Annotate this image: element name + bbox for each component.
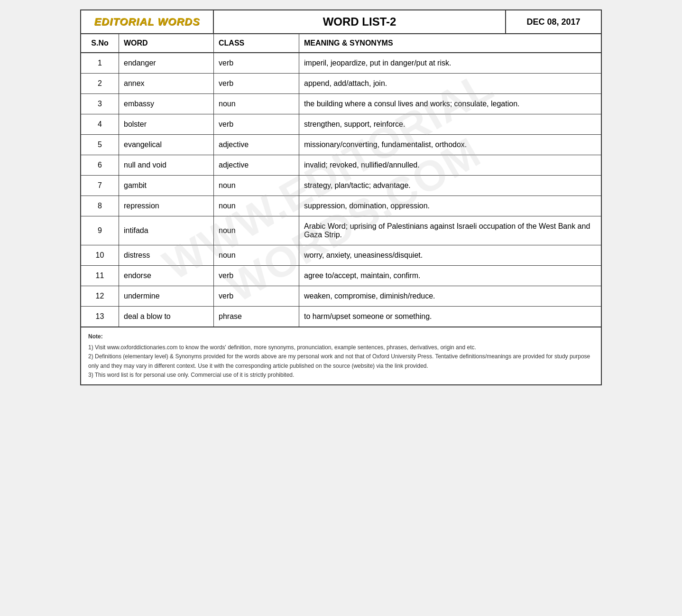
brand-text: EDITORIAL WORDS	[94, 16, 200, 28]
cell-word: bolster	[119, 114, 214, 134]
notes-title: Note:	[88, 332, 594, 341]
cell-meaning: invalid; revoked, nullified/annulled.	[299, 155, 601, 175]
cell-meaning: the building where a consul lives and wo…	[299, 94, 601, 114]
cell-word: evangelical	[119, 135, 214, 155]
cell-word: gambit	[119, 176, 214, 196]
cell-class: noun	[214, 245, 299, 265]
col-header-meaning: MEANING & SYNONYMS	[299, 34, 601, 52]
cell-meaning: worry, anxiety, uneasiness/disquiet.	[299, 245, 601, 265]
brand-section: EDITORIAL WORDS	[81, 10, 214, 33]
cell-word: annex	[119, 74, 214, 93]
cell-class: verb	[214, 114, 299, 134]
notes-line-2: 2) Definitions (elementary level) & Syno…	[88, 352, 594, 370]
cell-meaning: strategy, plan/tactic; advantage.	[299, 176, 601, 196]
page-date: DEC 08, 2017	[506, 10, 601, 33]
col-header-word: WORD	[119, 34, 214, 52]
cell-class: noun	[214, 176, 299, 196]
cell-meaning: Arabic Word; uprising of Palestinians ag…	[299, 216, 601, 245]
cell-class: verb	[214, 53, 299, 73]
table-row: 3 embassy noun the building where a cons…	[81, 94, 601, 114]
cell-class: phrase	[214, 307, 299, 327]
cell-word: endanger	[119, 53, 214, 73]
table-row: 2 annex verb append, add/attach, join.	[81, 74, 601, 94]
cell-word: null and void	[119, 155, 214, 175]
cell-word: deal a blow to	[119, 307, 214, 327]
table-row: 12 undermine verb weaken, compromise, di…	[81, 286, 601, 307]
table-row: 8 repression noun suppression, dominatio…	[81, 196, 601, 216]
table-body: 1 endanger verb imperil, jeopardize, put…	[81, 53, 601, 327]
page-wrapper: WWW.EDITORIAL WORDS.COM EDITORIAL WORDS …	[80, 9, 602, 385]
cell-meaning: agree to/accept, maintain, confirm.	[299, 266, 601, 286]
table-row: 4 bolster verb strengthen, support, rein…	[81, 114, 601, 135]
table-row: 13 deal a blow to phrase to harm/upset s…	[81, 307, 601, 327]
cell-class: verb	[214, 74, 299, 93]
cell-sno: 3	[81, 94, 119, 114]
table-row: 10 distress noun worry, anxiety, uneasin…	[81, 245, 601, 266]
table-row: 1 endanger verb imperil, jeopardize, put…	[81, 53, 601, 74]
cell-word: distress	[119, 245, 214, 265]
cell-sno: 10	[81, 245, 119, 265]
cell-class: verb	[214, 286, 299, 306]
table-row: 5 evangelical adjective missionary/conve…	[81, 135, 601, 155]
cell-meaning: to harm/upset someone or something.	[299, 307, 601, 327]
cell-sno: 7	[81, 176, 119, 196]
column-headers: S.No WORD CLASS MEANING & SYNONYMS	[81, 34, 601, 53]
header-row: EDITORIAL WORDS WORD LIST-2 DEC 08, 2017	[81, 10, 601, 34]
cell-class: noun	[214, 196, 299, 216]
table-row: 11 endorse verb agree to/accept, maintai…	[81, 266, 601, 286]
notes-line-3: 3) This word list is for personal use on…	[88, 371, 594, 380]
cell-sno: 1	[81, 53, 119, 73]
cell-sno: 5	[81, 135, 119, 155]
col-header-sno: S.No	[81, 34, 119, 52]
page-title: WORD LIST-2	[214, 10, 506, 33]
cell-class: verb	[214, 266, 299, 286]
table-row: 9 intifada noun Arabic Word; uprising of…	[81, 216, 601, 245]
table-row: 6 null and void adjective invalid; revok…	[81, 155, 601, 176]
cell-word: intifada	[119, 216, 214, 245]
cell-word: repression	[119, 196, 214, 216]
cell-sno: 11	[81, 266, 119, 286]
cell-class: adjective	[214, 155, 299, 175]
cell-class: noun	[214, 216, 299, 245]
col-header-class: CLASS	[214, 34, 299, 52]
cell-meaning: strengthen, support, reinforce.	[299, 114, 601, 134]
notes-line-1: 1) Visit www.oxforddictionaries.com to k…	[88, 343, 594, 352]
cell-meaning: imperil, jeopardize, put in danger/put a…	[299, 53, 601, 73]
cell-sno: 4	[81, 114, 119, 134]
cell-meaning: weaken, compromise, diminish/reduce.	[299, 286, 601, 306]
cell-meaning: append, add/attach, join.	[299, 74, 601, 93]
cell-sno: 2	[81, 74, 119, 93]
cell-meaning: suppression, domination, oppression.	[299, 196, 601, 216]
cell-class: adjective	[214, 135, 299, 155]
cell-sno: 9	[81, 216, 119, 245]
cell-word: endorse	[119, 266, 214, 286]
cell-sno: 13	[81, 307, 119, 327]
cell-sno: 6	[81, 155, 119, 175]
cell-word: undermine	[119, 286, 214, 306]
cell-meaning: missionary/converting, fundamentalist, o…	[299, 135, 601, 155]
cell-class: noun	[214, 94, 299, 114]
cell-sno: 8	[81, 196, 119, 216]
table-row: 7 gambit noun strategy, plan/tactic; adv…	[81, 176, 601, 196]
cell-sno: 12	[81, 286, 119, 306]
cell-word: embassy	[119, 94, 214, 114]
notes-section: Note: 1) Visit www.oxforddictionaries.co…	[81, 327, 601, 384]
